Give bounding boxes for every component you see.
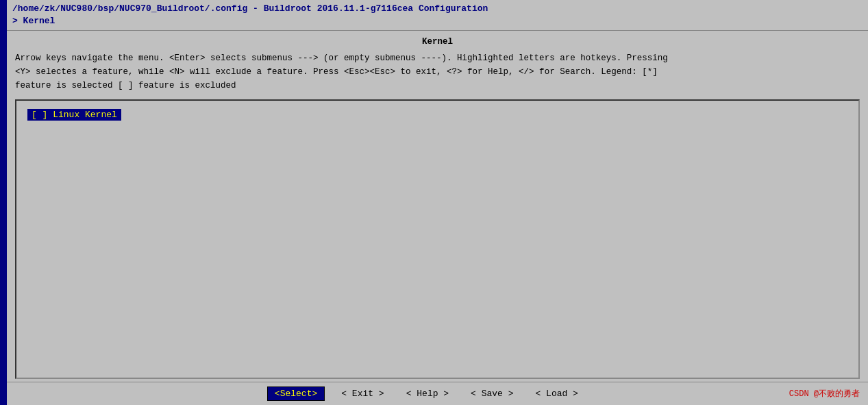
title-subtitle: > Kernel bbox=[12, 15, 863, 27]
save-button[interactable]: < Save > bbox=[465, 387, 519, 400]
title-bar: /home/zk/NUC980/bsp/NUC970_Buildroot/.co… bbox=[7, 0, 868, 31]
left-sidebar bbox=[0, 0, 7, 405]
help-line2: <Y> selectes a feature, while <N> will e… bbox=[15, 65, 860, 79]
watermark: CSDN @不败的勇者 bbox=[789, 388, 868, 400]
help-text-area: Kernel Arrow keys navigate the menu. <En… bbox=[7, 31, 868, 97]
title-path: /home/zk/NUC980/bsp/NUC970_Buildroot/.co… bbox=[12, 3, 863, 15]
load-button[interactable]: < Load > bbox=[530, 387, 584, 400]
menu-content-area: [ ] Linux Kernel bbox=[15, 99, 860, 379]
bottom-bar: <Select> < Exit > < Help > < Save > < Lo… bbox=[7, 382, 868, 405]
terminal-window: /home/zk/NUC980/bsp/NUC970_Buildroot/.co… bbox=[0, 0, 868, 405]
help-line3: feature is selected [ ] feature is exclu… bbox=[15, 79, 860, 93]
bottom-buttons: <Select> < Exit > < Help > < Save > < Lo… bbox=[62, 386, 789, 401]
help-line1: Arrow keys navigate the menu. <Enter> se… bbox=[15, 51, 860, 65]
linux-kernel-item[interactable]: [ ] Linux Kernel bbox=[27, 109, 121, 121]
exit-button[interactable]: < Exit > bbox=[336, 387, 389, 400]
item-bracket: [ ] Linux Kernel bbox=[32, 110, 117, 120]
select-button[interactable]: <Select> bbox=[267, 386, 325, 401]
help-button[interactable]: < Help > bbox=[401, 387, 454, 400]
section-title: Kernel bbox=[15, 35, 860, 49]
